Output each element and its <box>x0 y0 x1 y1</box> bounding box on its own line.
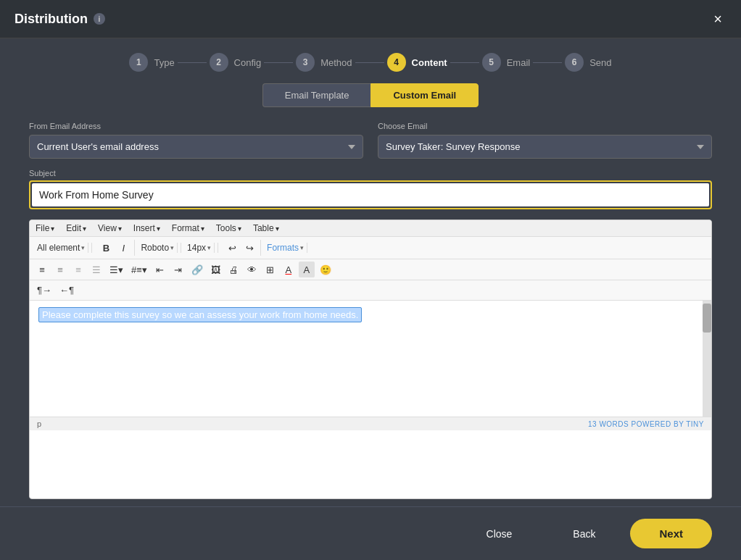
choose-email-label: Choose Email <box>378 122 712 130</box>
distribution-modal: Distribution i × 1 Type 2 Config 3 Metho… <box>0 0 741 560</box>
step-4-label: Content <box>412 57 447 68</box>
back-button[interactable]: Back <box>547 521 621 547</box>
menu-view[interactable]: View <box>98 223 122 233</box>
ltr-button[interactable]: ¶→ <box>34 283 54 298</box>
redo-button[interactable]: ↪ <box>241 240 257 256</box>
link-button[interactable]: 🔗 <box>189 262 206 277</box>
align-right-button[interactable]: ≡ <box>70 262 86 277</box>
text-style-group: B I <box>95 240 135 256</box>
editor-selected-content: Please complete this survey so we can as… <box>38 307 362 322</box>
subject-group: Subject <box>29 169 712 209</box>
editor-statusbar: p 13 WORDS POWERED BY TINY <box>30 417 711 430</box>
emoji-button[interactable]: 🙂 <box>317 262 334 277</box>
justify-button[interactable]: ☰ <box>88 262 104 277</box>
menu-insert[interactable]: Insert <box>133 223 160 233</box>
step-1-label: Type <box>154 57 174 68</box>
undo-redo-group: ↩ ↪ <box>221 240 261 256</box>
step-connector-3 <box>355 62 384 63</box>
modal-title-area: Distribution i <box>15 12 105 27</box>
rich-text-editor: File Edit View Insert Format Tools Table… <box>29 220 712 499</box>
element-select[interactable]: All element <box>37 243 88 253</box>
formats-select[interactable]: Formats <box>267 243 307 253</box>
outdent-button[interactable]: ⇤ <box>152 262 168 277</box>
step-6-label: Send <box>589 57 611 68</box>
menu-format[interactable]: Format <box>172 223 204 233</box>
step-5-num: 5 <box>482 53 501 72</box>
editor-scrollbar-thumb[interactable] <box>703 304 711 333</box>
font-group: Roboto <box>138 243 181 253</box>
step-connector-1 <box>178 62 207 63</box>
step-content[interactable]: 4 Content <box>387 53 447 72</box>
undo-button[interactable]: ↩ <box>224 240 240 256</box>
font-select[interactable]: Roboto <box>141 243 178 253</box>
text-color-button[interactable]: A <box>281 262 297 277</box>
editor-menubar: File Edit View Insert Format Tools Table <box>30 220 711 237</box>
choose-email-select[interactable]: Survey Taker: Survey Response <box>378 135 712 159</box>
subject-input[interactable] <box>32 183 709 206</box>
editor-status-element: p <box>37 419 41 428</box>
ordered-list-button[interactable]: #≡▾ <box>128 262 150 277</box>
step-connector-4 <box>450 62 479 63</box>
email-fields-row: From Email Address Current User's email … <box>29 122 712 159</box>
editor-body[interactable]: Please complete this survey so we can as… <box>30 301 703 417</box>
print-button[interactable]: 🖨 <box>226 262 242 277</box>
step-connector-2 <box>264 62 293 63</box>
step-1-num: 1 <box>129 53 148 72</box>
size-select[interactable]: 14px <box>187 243 215 253</box>
highlight-button[interactable]: A <box>299 262 315 277</box>
align-center-button[interactable]: ≡ <box>52 262 68 277</box>
stepper: 1 Type 2 Config 3 Method 4 Content 5 Ema… <box>0 38 741 83</box>
step-connector-5 <box>533 62 562 63</box>
modal-title: Distribution <box>15 12 88 27</box>
editor-toolbar-row3: ¶→ ←¶ <box>30 280 711 301</box>
subject-input-wrapper <box>29 180 712 209</box>
close-modal-button[interactable]: × <box>709 10 726 28</box>
table-button[interactable]: ⊞ <box>262 262 278 277</box>
step-method[interactable]: 3 Method <box>296 53 352 72</box>
menu-file[interactable]: File <box>36 223 54 233</box>
from-email-group: From Email Address Current User's email … <box>29 122 363 159</box>
from-email-select[interactable]: Current User's email address <box>29 135 363 159</box>
step-3-label: Method <box>320 57 352 68</box>
subject-label: Subject <box>29 169 712 177</box>
formats-group: Formats <box>264 243 310 253</box>
menu-edit[interactable]: Edit <box>66 223 86 233</box>
size-group: 14px <box>184 243 218 253</box>
step-config[interactable]: 2 Config <box>210 53 262 72</box>
step-send[interactable]: 6 Send <box>565 53 611 72</box>
tab-custom-email[interactable]: Custom Email <box>370 83 479 107</box>
tab-email-template[interactable]: Email Template <box>262 83 371 107</box>
indent-button[interactable]: ⇥ <box>170 262 186 277</box>
editor-toolbar-row2: ≡ ≡ ≡ ☰ ☰▾ #≡▾ ⇤ ⇥ 🔗 🖼 🖨 👁 ⊞ A A 🙂 <box>30 259 711 280</box>
choose-email-group: Choose Email Survey Taker: Survey Respon… <box>378 122 712 159</box>
close-button[interactable]: Close <box>460 521 539 547</box>
editor-word-count: 13 WORDS POWERED BY TINY <box>588 420 704 428</box>
menu-tools[interactable]: Tools <box>216 223 241 233</box>
italic-button[interactable]: I <box>115 240 131 256</box>
align-left-button[interactable]: ≡ <box>34 262 50 277</box>
editor-scrollbar[interactable] <box>703 301 711 417</box>
modal-footer: Close Back Next <box>0 506 741 560</box>
info-icon[interactable]: i <box>94 13 105 25</box>
image-button[interactable]: 🖼 <box>208 262 224 277</box>
step-2-label: Config <box>234 57 262 68</box>
step-6-num: 6 <box>565 53 584 72</box>
next-button[interactable]: Next <box>630 519 712 548</box>
menu-table[interactable]: Table <box>253 223 279 233</box>
step-5-label: Email <box>507 57 531 68</box>
step-3-num: 3 <box>296 53 315 72</box>
bold-button[interactable]: B <box>98 240 114 256</box>
from-email-label: From Email Address <box>29 122 363 130</box>
step-type[interactable]: 1 Type <box>129 53 174 72</box>
element-select-group: All element <box>34 243 92 253</box>
rtl-button[interactable]: ←¶ <box>57 283 77 298</box>
preview-button[interactable]: 👁 <box>244 262 260 277</box>
step-2-num: 2 <box>210 53 228 72</box>
modal-body: Email Template Custom Email From Email A… <box>0 83 741 506</box>
step-email[interactable]: 5 Email <box>482 53 531 72</box>
editor-scroll-area: Please complete this survey so we can as… <box>30 301 711 417</box>
unordered-list-button[interactable]: ☰▾ <box>107 262 126 277</box>
step-4-num: 4 <box>387 53 406 72</box>
tab-bar: Email Template Custom Email <box>29 83 712 107</box>
modal-header: Distribution i × <box>0 0 741 38</box>
